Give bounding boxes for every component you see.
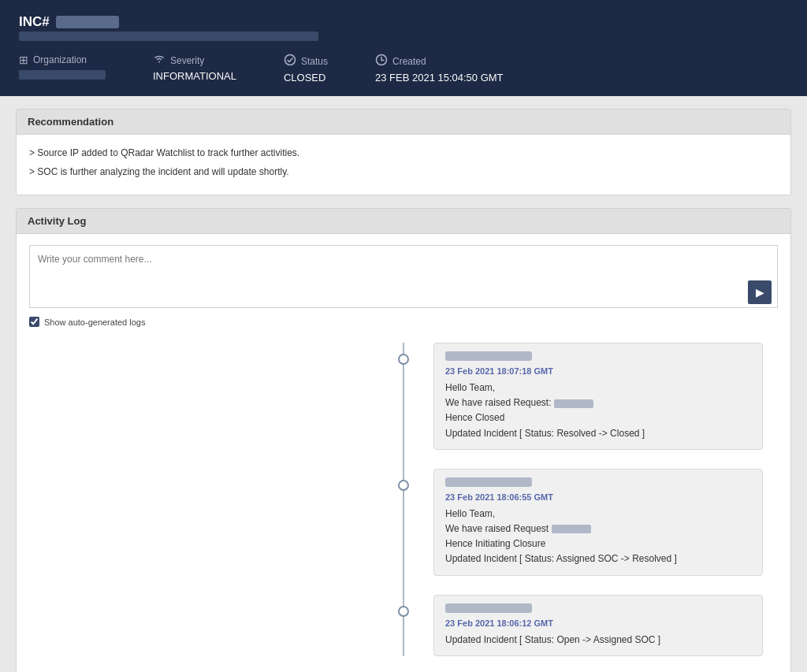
tl3-line1: Updated Incident [ Status: Open -> Assig…: [445, 633, 751, 648]
org-value-redacted: [19, 70, 106, 80]
created-label: Created: [392, 56, 426, 67]
auto-logs-row: Show auto-generated logs: [29, 317, 778, 327]
activity-log-section: Activity Log ▶ Show auto-generated logs: [16, 208, 791, 672]
comment-wrapper: ▶: [29, 245, 778, 310]
org-label: Organization: [33, 54, 87, 65]
svg-point-0: [158, 61, 160, 63]
timeline-dot-2: [398, 480, 409, 491]
author-redact-3: [445, 603, 532, 613]
severity-label: Severity: [170, 55, 204, 66]
activity-log-header: Activity Log: [17, 209, 790, 234]
timeline-item-2: 23 Feb 2021 18:06:55 GMT Hello Team, We …: [29, 469, 778, 576]
send-icon: ▶: [756, 286, 764, 299]
recommendation-item-2: > SOC is further analyzing the incident …: [29, 165, 778, 179]
incident-number: INC#: [19, 14, 788, 30]
meta-status: Status CLOSED: [284, 54, 328, 84]
author-redact-1: [445, 351, 532, 361]
tl2-line4: Updated Incident [ Status: Assigned SOC …: [445, 551, 751, 566]
timeline-text-1: Hello Team, We have raised Request: Henc…: [445, 381, 751, 441]
timestamp-1: 23 Feb 2021 18:07:18 GMT: [445, 366, 751, 376]
timeline-text-2: Hello Team, We have raised Request Hence…: [445, 507, 751, 567]
recommendation-section: Recommendation > Source IP added to QRad…: [16, 109, 791, 195]
timeline: 23 Feb 2021 18:07:18 GMT Hello Team, We …: [29, 343, 778, 656]
timeline-text-3: Updated Incident [ Status: Open -> Assig…: [445, 633, 751, 648]
timeline-content-2: 23 Feb 2021 18:06:55 GMT Hello Team, We …: [433, 469, 763, 576]
meta-organization: ⊞ Organization: [19, 54, 106, 84]
org-value: [19, 69, 106, 80]
activity-log-title: Activity Log: [28, 215, 86, 227]
severity-label-row: Severity: [153, 54, 236, 67]
timeline-content-1: 23 Feb 2021 18:07:18 GMT Hello Team, We …: [433, 343, 763, 450]
main-content: Recommendation > Source IP added to QRad…: [0, 96, 807, 672]
timeline-item-1: 23 Feb 2021 18:07:18 GMT Hello Team, We …: [29, 343, 778, 450]
tl2-line1: Hello Team,: [445, 507, 751, 522]
meta-created: Created 23 FEB 2021 15:04:50 GMT: [375, 54, 504, 84]
created-value: 23 FEB 2021 15:04:50 GMT: [375, 72, 504, 84]
severity-icon: [153, 54, 165, 67]
timeline-content-3: 23 Feb 2021 18:06:12 GMT Updated Inciden…: [433, 595, 763, 656]
status-label: Status: [301, 56, 328, 67]
organization-icon: ⊞: [19, 54, 28, 66]
status-icon: [284, 54, 296, 69]
tl1-line3: Hence Closed: [445, 410, 751, 425]
request-redact-2: [552, 525, 591, 533]
tl2-line3: Hence Initiating Closure: [445, 536, 751, 551]
timeline-dot-3: [398, 606, 409, 617]
recommendation-title: Recommendation: [28, 116, 113, 128]
tl1-line4: Updated Incident [ Status: Resolved -> C…: [445, 426, 751, 441]
auto-logs-checkbox[interactable]: [29, 317, 39, 327]
timeline-item-3: 23 Feb 2021 18:06:12 GMT Updated Inciden…: [29, 595, 778, 656]
author-redact-2: [445, 477, 532, 487]
timestamp-3: 23 Feb 2021 18:06:12 GMT: [445, 618, 751, 628]
activity-log-body: ▶ Show auto-generated logs 23 Feb 2021 1…: [17, 234, 790, 672]
recommendation-header: Recommendation: [17, 110, 790, 135]
incident-subtitle: [19, 30, 788, 41]
inc-number-redacted: [56, 16, 119, 28]
tl1-line1: Hello Team,: [445, 381, 751, 395]
org-label-row: ⊞ Organization: [19, 54, 106, 66]
status-value: CLOSED: [284, 72, 328, 84]
created-label-row: Created: [375, 54, 504, 69]
timestamp-2: 23 Feb 2021 18:06:55 GMT: [445, 492, 751, 502]
svg-point-1: [284, 55, 295, 65]
timeline-dot-1: [398, 354, 409, 365]
inc-prefix: INC#: [19, 14, 50, 30]
send-button[interactable]: ▶: [748, 280, 772, 304]
tl2-line2: We have raised Request: [445, 522, 751, 536]
recommendation-item-1: > Source IP added to QRadar Watchlist to…: [29, 146, 778, 160]
incident-header: INC# ⊞ Organization: [0, 0, 807, 96]
meta-severity: Severity INFORMATIONAL: [153, 54, 236, 84]
subtitle-redacted-block: [19, 32, 318, 41]
auto-logs-label[interactable]: Show auto-generated logs: [44, 317, 145, 327]
status-label-row: Status: [284, 54, 328, 69]
tl1-line2: We have raised Request:: [445, 395, 751, 410]
recommendation-body: > Source IP added to QRadar Watchlist to…: [17, 135, 790, 195]
incident-meta-row: ⊞ Organization Severity: [19, 54, 788, 84]
comment-input[interactable]: [29, 245, 778, 308]
severity-value: INFORMATIONAL: [153, 70, 236, 82]
request-redact-1: [554, 399, 593, 408]
created-icon: [375, 54, 388, 69]
